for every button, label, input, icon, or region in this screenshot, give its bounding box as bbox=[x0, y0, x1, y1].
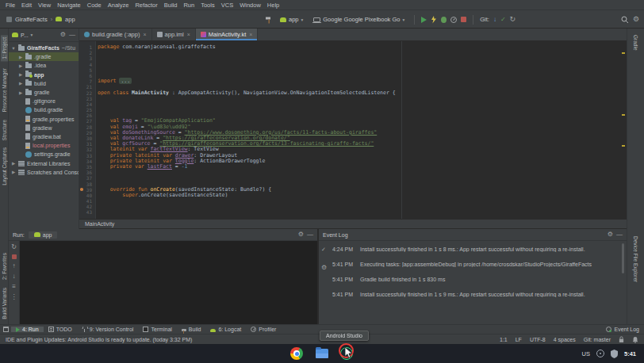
status-item-lf[interactable]: LF bbox=[516, 337, 522, 342]
run-tab-app[interactable]: app bbox=[29, 231, 58, 239]
run-config-selector[interactable]: app ▾ bbox=[277, 13, 306, 26]
editor-tab-app-iml[interactable]: app.iml× bbox=[152, 29, 196, 40]
editor-tab-build-gradle-app-[interactable]: build.gradle (:app)× bbox=[79, 29, 152, 40]
chrome-taskbar-icon[interactable] bbox=[290, 347, 303, 360]
tree-item-giraffefacts[interactable]: ▼GiraffeFacts ~/Stu bbox=[9, 44, 79, 52]
tree-item-gradle[interactable]: ▶gradle bbox=[9, 88, 79, 97]
menu-analyze[interactable]: Analyze bbox=[105, 2, 132, 9]
tree-item-scratches-and-consoles[interactable]: ▶Scratches and Consoles bbox=[9, 168, 79, 177]
expand-arrow-icon[interactable]: ▶ bbox=[18, 81, 23, 86]
toolwindow-button-4-run[interactable]: 4: Run bbox=[11, 327, 44, 332]
toolwindow-button-build[interactable]: Build bbox=[177, 327, 206, 332]
tree-item-gradlew-bat[interactable]: gradlew.bat bbox=[9, 132, 79, 141]
tree-item-local-properties[interactable]: local.properties bbox=[9, 141, 79, 150]
toolwindow-button-profiler[interactable]: Profiler bbox=[246, 327, 281, 332]
tree-item-gradle-properties[interactable]: gradle.properties bbox=[9, 115, 79, 124]
menu-view[interactable]: View bbox=[35, 2, 54, 9]
device-selector[interactable]: Google Google Pixelbook Go ▾ bbox=[310, 13, 408, 26]
tree-item--idea[interactable]: ▶.idea bbox=[9, 61, 79, 70]
tree-item-settings-gradle[interactable]: settings.gradle bbox=[9, 150, 79, 159]
close-tab-icon[interactable]: × bbox=[187, 32, 190, 37]
tree-item-external-libraries[interactable]: ▶External Libraries bbox=[9, 159, 79, 167]
expand-arrow-icon[interactable]: ▶ bbox=[11, 161, 16, 166]
clock[interactable]: 5:41 bbox=[624, 350, 636, 357]
close-tab-icon[interactable]: × bbox=[249, 32, 252, 37]
menu-vcs[interactable]: VCS bbox=[218, 2, 236, 9]
tree-item-gradlew[interactable]: gradlew bbox=[9, 124, 79, 132]
status-message[interactable]: IDE and Plugin Updates: Android Studio i… bbox=[6, 337, 192, 342]
settings-gear-icon[interactable]: ⚙ bbox=[298, 231, 304, 238]
breadcrumb-class[interactable]: MainActivity bbox=[85, 221, 114, 227]
build-hammer-icon[interactable] bbox=[265, 16, 273, 24]
tree-item-build[interactable]: ▶build bbox=[9, 79, 79, 88]
tray-status-icon[interactable] bbox=[596, 350, 604, 357]
toolwindow-button-todo[interactable]: TODO bbox=[44, 327, 77, 332]
hide-panel-icon[interactable]: — bbox=[307, 231, 313, 238]
close-tab-icon[interactable]: × bbox=[143, 32, 146, 37]
status-item-utf-8[interactable]: UTF-8 bbox=[530, 337, 546, 342]
hide-panel-icon[interactable]: — bbox=[616, 231, 623, 238]
settings-gear-icon[interactable]: ⚙ bbox=[60, 32, 66, 38]
apply-changes-icon[interactable] bbox=[431, 16, 437, 24]
menu-window[interactable]: Window bbox=[236, 2, 264, 9]
tree-item-app[interactable]: ▶app bbox=[9, 71, 79, 79]
profile-button[interactable] bbox=[450, 17, 457, 23]
toolwindow-button-6-logcat[interactable]: 6: Logcat bbox=[205, 327, 246, 332]
project-view-selector[interactable]: P... bbox=[21, 32, 29, 38]
toolwindow-button-9-version-control[interactable]: 9: Version Control bbox=[77, 327, 139, 332]
run-console-output[interactable] bbox=[20, 241, 317, 324]
settings-gear-icon[interactable]: ⚙ bbox=[608, 231, 613, 238]
expand-arrow-icon[interactable]: ▶ bbox=[18, 72, 23, 77]
stop-icon[interactable] bbox=[12, 254, 17, 259]
keyboard-layout[interactable]: US bbox=[582, 350, 590, 357]
stripe-1-project[interactable]: 1: Project bbox=[1, 35, 8, 61]
search-icon[interactable] bbox=[621, 16, 629, 24]
menu-code[interactable]: Code bbox=[84, 2, 105, 9]
status-item-1-1[interactable]: 1:1 bbox=[500, 337, 508, 342]
scroll-down-icon[interactable]: ↓ bbox=[13, 273, 16, 280]
git-update-icon[interactable]: ↓ bbox=[493, 17, 496, 23]
status-item-4-spaces[interactable]: 4 spaces bbox=[554, 337, 576, 342]
run-button[interactable] bbox=[421, 17, 427, 23]
debug-button[interactable] bbox=[441, 17, 447, 23]
menu-refactor[interactable]: Refactor bbox=[132, 2, 160, 9]
git-history-icon[interactable]: ↻ bbox=[510, 16, 516, 23]
tree-item--gitignore[interactable]: .gitignore bbox=[9, 97, 79, 105]
stripe-gradle[interactable]: Gradle bbox=[633, 35, 638, 51]
editor-tab-mainactivity-kt[interactable]: MainActivity.kt× bbox=[196, 29, 258, 40]
menu-help[interactable]: Help bbox=[264, 2, 282, 9]
rerun-icon[interactable]: ↻ bbox=[11, 244, 17, 250]
breadcrumb-module[interactable]: app bbox=[65, 16, 75, 23]
stripe-build-variants[interactable]: Build Variants bbox=[2, 288, 7, 319]
wrench-icon[interactable]: ⚙ bbox=[321, 265, 327, 271]
notifications-bell-icon[interactable] bbox=[632, 336, 638, 343]
more-options-icon[interactable]: ⋮ bbox=[11, 294, 17, 300]
menu-edit[interactable]: Edit bbox=[18, 2, 35, 9]
menu-run[interactable]: Run bbox=[180, 2, 197, 9]
scrollbar[interactable] bbox=[622, 243, 624, 273]
toolwindow-button-event-log[interactable]: Event Log bbox=[601, 327, 644, 332]
clear-all-icon[interactable]: ✓ bbox=[321, 246, 327, 252]
soft-wrap-icon[interactable]: ≡ bbox=[12, 284, 16, 290]
lock-icon[interactable] bbox=[619, 336, 624, 343]
hide-panel-icon[interactable]: — bbox=[69, 32, 75, 38]
shield-icon[interactable] bbox=[611, 350, 618, 358]
stripe-resource-manager[interactable]: Resource Manager bbox=[2, 68, 7, 112]
stripe-2-favorites[interactable]: 2: Favorites bbox=[2, 253, 7, 280]
toolwindow-button-terminal[interactable]: Terminal bbox=[138, 327, 176, 332]
menu-file[interactable]: File bbox=[2, 2, 18, 9]
tool-window-switcher-icon[interactable] bbox=[3, 327, 9, 332]
expand-arrow-icon[interactable]: ▶ bbox=[11, 170, 16, 174]
chevron-down-icon[interactable]: ▾ bbox=[31, 32, 33, 37]
tree-item--gradle[interactable]: ▶.gradle bbox=[9, 52, 79, 61]
stripe-layout-captures[interactable]: Layout Captures bbox=[2, 147, 7, 185]
stripe-device-file-explorer[interactable]: Device File Explorer bbox=[633, 236, 638, 282]
menu-navigate[interactable]: Navigate bbox=[54, 2, 84, 9]
breadcrumb-project[interactable]: GiraffeFacts bbox=[15, 16, 48, 23]
files-taskbar-icon[interactable] bbox=[316, 349, 328, 358]
git-commit-icon[interactable]: ✓ bbox=[500, 17, 506, 23]
settings-gear-icon[interactable]: ⚙ bbox=[633, 16, 639, 23]
override-marker-icon[interactable] bbox=[80, 188, 83, 191]
scroll-up-icon[interactable]: ↑ bbox=[13, 263, 16, 269]
expand-arrow-icon[interactable]: ▶ bbox=[18, 55, 23, 59]
